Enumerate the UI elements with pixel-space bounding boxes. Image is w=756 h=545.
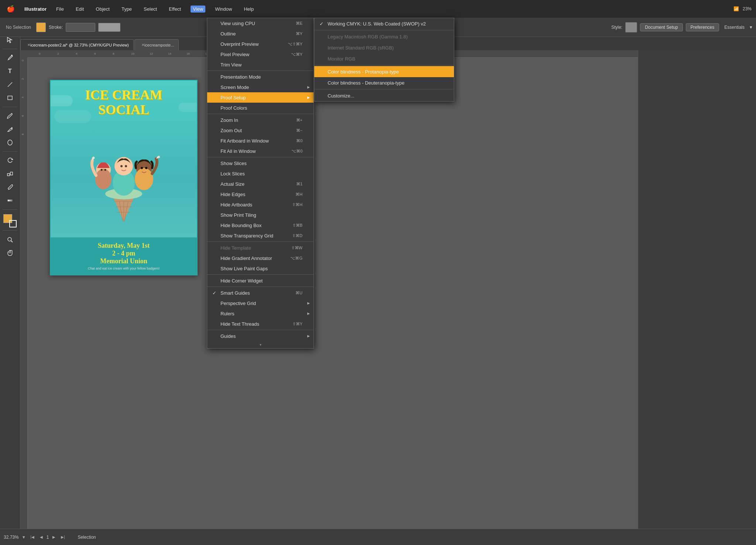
style-box[interactable]: [98, 23, 120, 32]
view-hide-edges[interactable]: Hide Edges ⌘H: [207, 189, 314, 199]
view-show-slices[interactable]: Show Slices: [207, 158, 314, 168]
menu-view[interactable]: View: [191, 6, 205, 13]
menu-help[interactable]: Help: [242, 6, 256, 13]
workspace-dropdown-icon[interactable]: ▾: [750, 24, 752, 30]
menu-edit[interactable]: Edit: [73, 6, 86, 13]
submenu-sep-1: [314, 30, 454, 30]
nav-prev[interactable]: ◀: [38, 534, 45, 541]
tool-gradient[interactable]: [4, 195, 16, 206]
view-lock-slices[interactable]: Lock Slices: [207, 168, 314, 179]
menu-file[interactable]: File: [54, 6, 66, 13]
svg-point-20: [125, 165, 127, 167]
view-pixel-preview[interactable]: Pixel Preview ⌥⌘Y: [207, 49, 314, 59]
svg-rect-2: [8, 96, 12, 100]
style-swatch[interactable]: [625, 22, 637, 32]
separator-6: [207, 287, 314, 287]
view-rulers[interactable]: Rulers: [207, 308, 314, 319]
menubar: 🍎 Illustrator File Edit Object Type Sele…: [0, 0, 756, 18]
tab-close-1[interactable]: ✕: [27, 43, 30, 47]
tool-hand[interactable]: [4, 247, 16, 259]
stroke-box[interactable]: [66, 23, 95, 32]
menu-effect[interactable]: Effect: [167, 6, 183, 13]
proof-legacy-mac-rgb[interactable]: Legacy Macintosh RGB (Gamma 1.8): [314, 31, 454, 42]
view-screen-mode[interactable]: Screen Mode: [207, 82, 314, 92]
poster-time: 2 - 4 pm: [57, 250, 191, 257]
view-hide-template[interactable]: Hide Template ⇧⌘W: [207, 243, 314, 253]
view-using-cpu[interactable]: View using CPU ⌘E: [207, 18, 314, 28]
statusbar: 32.73% ▾ |◀ ◀ 1 ▶ ▶| Selection: [0, 529, 756, 545]
view-hide-bounding-box[interactable]: Hide Bounding Box ⇧⌘B: [207, 220, 314, 230]
preferences-button[interactable]: Preferences: [686, 23, 719, 31]
view-hide-corner-widget[interactable]: Hide Corner Widget: [207, 275, 314, 286]
view-show-live-paint-gaps[interactable]: Show Live Paint Gaps: [207, 263, 314, 274]
view-proof-colors[interactable]: Proof Colors: [207, 103, 314, 113]
tab-close-2[interactable]: ✕: [141, 43, 144, 47]
view-smart-guides[interactable]: ✓ Smart Guides ⌘U: [207, 288, 314, 298]
tool-pen[interactable]: [4, 52, 16, 64]
tool-blob-brush[interactable]: [4, 137, 16, 148]
menu-select[interactable]: Select: [141, 6, 159, 13]
document-setup-button[interactable]: Document Setup: [640, 23, 683, 31]
menu-window[interactable]: Window: [213, 6, 234, 13]
menu-type[interactable]: Type: [119, 6, 134, 13]
stroke-label: Stroke:: [49, 25, 63, 30]
props-panel: [638, 18, 756, 545]
apple-menu[interactable]: 🍎: [4, 4, 17, 14]
tool-line[interactable]: [4, 79, 16, 90]
tool-type[interactable]: T: [4, 65, 16, 77]
separator-4: [207, 241, 314, 242]
style-label: Style:: [611, 25, 622, 30]
nav-start[interactable]: |◀: [29, 534, 36, 541]
zoom-value: 32.73%: [4, 535, 19, 540]
stroke-indicator[interactable]: [9, 220, 17, 227]
svg-rect-5: [7, 174, 10, 176]
proof-monitor-rgb[interactable]: Monitor RGB: [314, 53, 454, 64]
tool-rotate[interactable]: [4, 155, 16, 167]
view-hide-text-threads[interactable]: Hide Text Threads ⇧⌘Y: [207, 319, 314, 329]
selection-label: No Selection: [4, 24, 33, 31]
view-actual-size[interactable]: Actual Size ⌘1: [207, 179, 314, 189]
view-presentation-mode[interactable]: Presentation Mode: [207, 72, 314, 82]
nav-end[interactable]: ▶|: [59, 534, 66, 541]
nav-controls: |◀ ◀ 1 ▶ ▶|: [29, 534, 67, 541]
menu-scroll-down[interactable]: ▾: [207, 341, 314, 348]
view-proof-setup[interactable]: Proof Setup: [207, 92, 314, 103]
nav-next[interactable]: ▶: [50, 534, 58, 541]
poster-tagline: Chat and eat ice cream with your fellow …: [57, 267, 191, 270]
view-zoom-in[interactable]: Zoom In ⌘+: [207, 115, 314, 125]
tool-paintbrush[interactable]: [4, 110, 16, 122]
proof-customize[interactable]: Customize...: [314, 90, 454, 101]
canvas-area: 0 2 4 6 8 10 12 14 16 18 20 22 24 0 2 4 …: [20, 50, 638, 529]
fill-swatch[interactable]: [36, 23, 46, 32]
proof-working-cmyk[interactable]: ✓ Working CMYK: U.S. Web Coated (SWOP) v…: [314, 18, 454, 29]
tool-rect[interactable]: [4, 92, 16, 104]
menubar-wifi-icon: 📶: [733, 6, 739, 11]
proof-color-blindness-deuteranopia[interactable]: Color blindness - Deuteranopia-type: [314, 77, 454, 88]
tool-eyedropper[interactable]: [4, 181, 16, 193]
poster-title: ICE CREAM SOCIAL: [85, 88, 162, 117]
view-trim-view[interactable]: Trim View: [207, 59, 314, 70]
view-overprint-preview[interactable]: Overprint Preview ⌥⇧⌘Y: [207, 39, 314, 49]
view-hide-artboards[interactable]: Hide Artboards ⇧⌘H: [207, 199, 314, 210]
view-hide-gradient-annotator[interactable]: Hide Gradient Annotator ⌥⌘G: [207, 253, 314, 263]
view-fit-all[interactable]: Fit All in Window ⌥⌘0: [207, 146, 314, 156]
tool-zoom[interactable]: [4, 234, 16, 246]
tool-scale[interactable]: [4, 168, 16, 180]
view-outline[interactable]: Outline ⌘Y: [207, 28, 314, 39]
submenu-sep-2: [314, 65, 454, 65]
view-zoom-out[interactable]: Zoom Out ⌘−: [207, 125, 314, 136]
tab-1[interactable]: ✕ icecream-poster2.ai* @ 32.73% (CMYK/GP…: [20, 39, 134, 50]
separator-3: [207, 157, 314, 157]
proof-color-blindness-protanopia[interactable]: Color blindness - Protanopia-type: [314, 66, 454, 77]
zoom-dropdown-icon[interactable]: ▾: [23, 534, 25, 540]
proof-internet-rgb[interactable]: Internet Standard RGB (sRGB): [314, 42, 454, 53]
tool-pencil[interactable]: [4, 123, 16, 135]
view-show-transparency-grid[interactable]: Show Transparency Grid ⇧⌘D: [207, 230, 314, 241]
separator-7: [207, 330, 314, 330]
view-guides[interactable]: Guides: [207, 331, 314, 341]
view-fit-artboard[interactable]: Fit Artboard in Window ⌘0: [207, 136, 314, 146]
tab-2[interactable]: ✕ icecreamposte...: [134, 39, 179, 50]
view-show-print-tiling[interactable]: Show Print Tiling: [207, 210, 314, 220]
menu-object[interactable]: Object: [93, 6, 112, 13]
view-perspective-grid[interactable]: Perspective Grid: [207, 298, 314, 308]
